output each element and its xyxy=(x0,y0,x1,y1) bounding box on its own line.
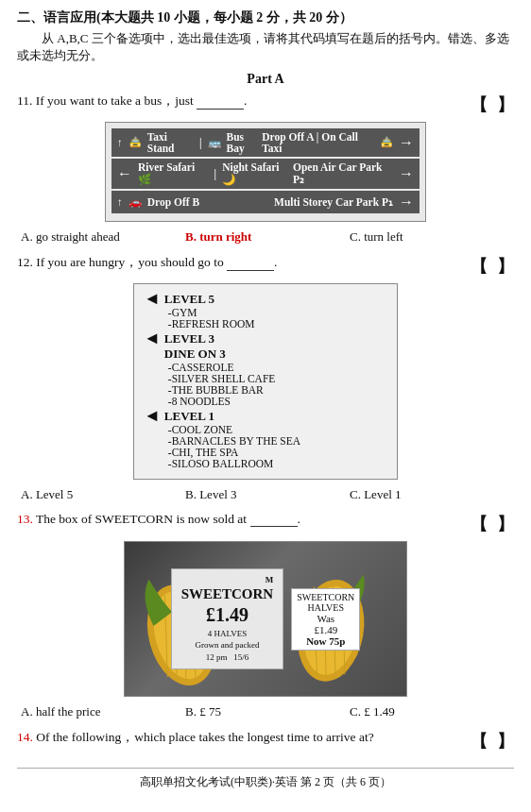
separator-2: | xyxy=(214,168,217,179)
q12-bracket-left: 【 xyxy=(471,255,488,278)
page-footer: 高职单招文化考试(中职类)·英语 第 2 页（共 6 页） xyxy=(17,768,514,790)
question-14-line: 14. Of the following，which place takes t… xyxy=(17,729,514,753)
corn-right-label: SWEETCORN HALVES Was £1.49 Now 75p xyxy=(291,588,360,651)
q12-brackets: 【 】 xyxy=(471,254,514,278)
q13-image-container: M SWEETCORN £1.49 4 HALVES Grown and pac… xyxy=(17,541,514,697)
level1-row: ◄ LEVEL 1 -COOL ZONE -BARNACLES BY THE S… xyxy=(144,409,387,469)
level3-noodles: -8 NOODLES xyxy=(164,396,276,407)
sign-row-3-right: Multi Storey Car Park P₁ → xyxy=(274,194,414,211)
multi-storey-text: Multi Storey Car Park P₁ xyxy=(274,195,393,209)
level1-title: LEVEL 1 xyxy=(164,409,300,424)
dropoff-a-text: Drop Off A | On Call Taxi xyxy=(262,131,374,154)
part-a-label: Part A xyxy=(17,72,514,87)
q11-options: A. go straight ahead B. turn right C. tu… xyxy=(17,229,514,245)
question-13: 13. The box of SWEETCORN is now sold at … xyxy=(17,512,514,719)
level3-arrow: ◄ xyxy=(144,330,161,347)
corn-now-price: Now 75p xyxy=(297,635,354,647)
level3-title: LEVEL 3 xyxy=(164,331,276,347)
q12-option-b: B. Level 3 xyxy=(185,487,350,502)
question-12: 12. If you are hungry，you should go to .… xyxy=(17,254,514,502)
level1-barnacles: -BARNACLES BY THE SEA xyxy=(164,435,300,447)
question-12-text: 12. If you are hungry，you should go to . xyxy=(17,254,463,271)
corn-was-price: £1.49 xyxy=(297,624,354,635)
question-11-text: 11. If you want to take a bus，just . xyxy=(17,93,463,110)
q12-bracket-right: 】 xyxy=(497,255,514,278)
q11-image-container: ↑ 🚖 Taxi Stand | 🚌 Bus Bay Drop Off A | … xyxy=(17,122,514,222)
sign-row-1-right: Drop Off A | On Call Taxi 🚖 → xyxy=(262,131,414,154)
night-safari-text: Night Safari 🌙 xyxy=(222,161,293,186)
corn-halves-title: SWEETCORN xyxy=(297,592,354,602)
corn-was: Was xyxy=(297,613,354,624)
instruction-text: 从 A,B,C 三个备选项中，选出最佳选项，请将其代码填写在题后的括号内。错选、… xyxy=(17,30,514,64)
q11-bracket-right: 】 xyxy=(497,93,514,116)
level3-silver: -SILVER SHELL CAFE xyxy=(164,373,276,384)
level5-arrow: ◄ xyxy=(144,290,161,307)
level5-gym: -GYM xyxy=(164,307,255,318)
level3-bubble: -THE BUBBLE BAR xyxy=(164,384,276,396)
q11-blank xyxy=(197,96,244,110)
q14-bracket-left: 【 xyxy=(471,730,488,753)
river-safari-text: River Safari 🌿 xyxy=(138,161,209,186)
level5-row: ◄ LEVEL 5 -GYM -REFRESH ROOM xyxy=(144,292,387,330)
q13-option-a: A. half the price xyxy=(21,704,185,719)
question-11: 11. If you want to take a bus，just . 【 】… xyxy=(17,93,514,245)
taxi-stand-text: Taxi Stand xyxy=(147,131,194,154)
sign-row-2-right: Open Air Car Park P₂ → xyxy=(293,161,414,186)
level5-refresh: -REFRESH ROOM xyxy=(164,318,255,330)
arrow-right-1: → xyxy=(399,134,414,151)
arrow-left-2: ← xyxy=(117,165,132,182)
q12-image-container: ◄ LEVEL 5 -GYM -REFRESH ROOM ◄ LEVEL 3 D… xyxy=(17,283,514,480)
sign-row-1-left: ↑ 🚖 Taxi Stand | 🚌 Bus Bay xyxy=(117,131,262,154)
taxi-icon: 🚖 xyxy=(128,136,142,149)
q12-number: 12. xyxy=(17,255,33,269)
sign-row-1: ↑ 🚖 Taxi Stand | 🚌 Bus Bay Drop Off A | … xyxy=(111,128,420,157)
q13-option-b: B. £ 75 xyxy=(185,704,350,719)
question-13-text: 13. The box of SWEETCORN is now sold at … xyxy=(17,512,463,527)
q12-options: A. Level 5 B. Level 3 C. Level 1 xyxy=(17,487,514,502)
level3-row: ◄ LEVEL 3 DINE ON 3 -CASSEROLE -SILVER S… xyxy=(144,331,387,407)
open-air-carpark-text: Open Air Car Park P₂ xyxy=(293,161,393,186)
arrow-up-1: ↑ xyxy=(117,137,123,148)
corn-detail: 4 HALVES Grown and packed 12 pm 15/6 xyxy=(181,628,274,664)
level-sign: ◄ LEVEL 5 -GYM -REFRESH ROOM ◄ LEVEL 3 D… xyxy=(133,283,398,480)
q13-bracket-left: 【 xyxy=(471,513,488,535)
corn-price: £1.49 xyxy=(181,604,274,626)
level1-content: LEVEL 1 -COOL ZONE -BARNACLES BY THE SEA… xyxy=(164,409,300,469)
q11-option-b: B. turn right xyxy=(185,229,350,245)
section-title: 二、语言应用(本大题共 10 小题，每小题 2 分，共 20 分） xyxy=(17,9,514,26)
q14-bracket-right: 】 xyxy=(497,730,514,753)
arrow-right-3: → xyxy=(399,194,414,211)
level3-casserole: -CASSEROLE xyxy=(164,362,276,373)
corn-halves-subtitle: HALVES xyxy=(297,602,354,613)
q13-number: 13. xyxy=(17,512,33,526)
level1-chi: -CHI, THE SPA xyxy=(164,447,300,458)
q13-brackets: 【 】 xyxy=(471,512,514,535)
corn-brand: M xyxy=(181,575,274,584)
arrow-up-3: ↑ xyxy=(117,196,123,208)
taxi-icon-right: 🚖 xyxy=(380,136,393,149)
q13-blank xyxy=(250,514,298,527)
arrow-right-2: → xyxy=(399,165,414,182)
car-icon-3: 🚗 xyxy=(128,195,142,209)
q11-brackets: 【 】 xyxy=(471,93,514,116)
q13-bracket-right: 】 xyxy=(497,513,514,535)
q11-option-a: A. go straight ahead xyxy=(21,229,185,245)
q11-option-c: C. turn left xyxy=(350,229,514,245)
bus-icon: 🚌 xyxy=(208,136,221,149)
corn-title: SWEETCORN xyxy=(181,586,274,602)
question-14: 14. Of the following，which place takes t… xyxy=(17,729,514,753)
question-14-text: 14. Of the following，which place takes t… xyxy=(17,729,463,746)
q11-number: 11. xyxy=(17,93,32,108)
q12-option-a: A. Level 5 xyxy=(21,487,185,502)
q12-option-c: C. Level 1 xyxy=(350,487,514,502)
q14-brackets: 【 】 xyxy=(471,729,514,753)
separator-1: | xyxy=(199,137,202,148)
q13-option-c: C. £ 1.49 xyxy=(350,704,514,719)
level1-arrow: ◄ xyxy=(144,407,161,424)
corn-label: M SWEETCORN £1.49 4 HALVES Grown and pac… xyxy=(171,568,284,670)
q11-bracket-left: 【 xyxy=(471,93,488,116)
sign-row-3-left: ↑ 🚗 Drop Off B xyxy=(117,195,199,209)
level1-cool: -COOL ZONE xyxy=(164,424,300,435)
question-12-line: 12. If you are hungry，you should go to .… xyxy=(17,254,514,278)
sign-row-2-left: ← River Safari 🌿 | Night Safari 🌙 xyxy=(117,161,293,186)
